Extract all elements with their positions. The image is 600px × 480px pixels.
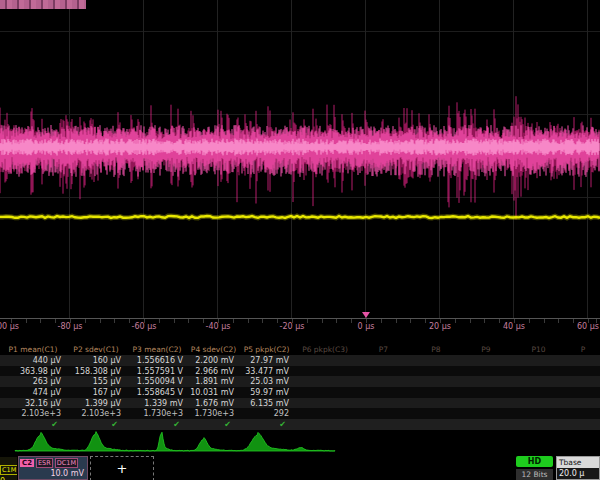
channel-c1-descriptor[interactable]: C1M 0 mV bbox=[0, 457, 17, 480]
min-cell-p3: 1.550094 V bbox=[126, 377, 188, 386]
max-cell-p5: 59.97 mV bbox=[239, 388, 294, 397]
param-header-p3[interactable]: P3 mean(C2) bbox=[126, 345, 188, 354]
param-header-p2[interactable]: P2 sdev(C1) bbox=[66, 345, 126, 354]
tbase-scale-label: 20.0 µ bbox=[557, 468, 599, 479]
param-header-p5[interactable]: P5 pkpk(C2) bbox=[239, 345, 294, 354]
num-cell-p5: 292 bbox=[239, 409, 294, 418]
c2-coupling-tag: DC1M bbox=[55, 458, 78, 468]
stat-row-mean: 363.98 µV158.308 µV1.557591 V2.966 mV33.… bbox=[0, 366, 600, 377]
value-cell-p2: 160 µV bbox=[66, 356, 126, 365]
mean-cell-p1: 363.98 µV bbox=[0, 367, 66, 376]
min-cell-p4: 1.891 mV bbox=[188, 377, 239, 386]
bottom-bar: C1M 0 mV C2 ESR DC1M 10.0 mV + HD 12 Bit… bbox=[0, 456, 600, 480]
param-header-p4[interactable]: P4 sdev(C2) bbox=[188, 345, 239, 354]
trigger-descriptor-box[interactable]: + bbox=[90, 456, 154, 480]
mean-cell-p3: 1.557591 V bbox=[126, 367, 188, 376]
num-cell-p3: 1.730e+3 bbox=[126, 409, 188, 418]
time-tick-label: 20 µs bbox=[429, 322, 451, 331]
c2-esr-tag: ESR bbox=[36, 458, 53, 468]
sdev-cell-p5: 6.135 mV bbox=[239, 399, 294, 408]
param-header-p6[interactable]: P6 pkpk(C3) bbox=[294, 345, 356, 354]
num-cell-p1: 2.103e+3 bbox=[0, 409, 66, 418]
stat-row-min: 263 µV155 µV1.550094 V1.891 mV25.03 mV bbox=[0, 376, 600, 387]
measurement-table: P1 mean(C1)P2 sdev(C1)P3 mean(C2)P4 sdev… bbox=[0, 343, 600, 430]
min-cell-p2: 155 µV bbox=[66, 377, 126, 386]
max-cell-p1: 474 µV bbox=[0, 388, 66, 397]
value-cell-p5: 27.97 mV bbox=[239, 356, 294, 365]
sdev-cell-p1: 32.16 µV bbox=[0, 399, 66, 408]
trigger-plus-icon: + bbox=[117, 461, 128, 476]
time-tick-label: 0 µs bbox=[358, 322, 375, 331]
mean-cell-p4: 2.966 mV bbox=[188, 367, 239, 376]
time-tick-label: 40 µs bbox=[503, 322, 525, 331]
param-header-p7[interactable]: P7 bbox=[356, 345, 411, 354]
mean-cell-p5: 33.477 mV bbox=[239, 367, 294, 376]
min-cell-p5: 25.03 mV bbox=[239, 377, 294, 386]
value-cell-p1: 440 µV bbox=[0, 356, 66, 365]
time-tick-label: -20 µs bbox=[280, 322, 305, 331]
max-cell-p4: 10.031 mV bbox=[188, 388, 239, 397]
max-cell-p3: 1.558645 V bbox=[126, 388, 188, 397]
tbase-title: Tbase bbox=[557, 457, 599, 468]
status-cell-p1: ✔ bbox=[0, 420, 66, 429]
channel-c2-descriptor[interactable]: C2 ESR DC1M 10.0 mV bbox=[18, 456, 88, 480]
status-cell-p3: ✔ bbox=[126, 420, 188, 429]
stat-row-sdev: 32.16 µV1.399 µV1.339 mV1.676 mV6.135 mV bbox=[0, 398, 600, 409]
cropped-menu-label bbox=[0, 0, 86, 9]
sdev-cell-p4: 1.676 mV bbox=[188, 399, 239, 408]
time-axis-labels: 00 µs-80 µs-60 µs-40 µs-20 µs0 µs20 µs40… bbox=[0, 322, 600, 333]
stat-row-value: 440 µV160 µV1.556616 V2.200 mV27.97 mV bbox=[0, 355, 600, 366]
param-header-p11[interactable]: P bbox=[566, 345, 600, 354]
sdev-cell-p2: 1.399 µV bbox=[66, 399, 126, 408]
status-cell-p5: ✔ bbox=[239, 420, 294, 429]
c2-scale-label: 10.0 mV bbox=[19, 469, 87, 478]
trigger-position-marker[interactable] bbox=[362, 312, 370, 318]
resolution-label: 12 Bits bbox=[516, 469, 553, 480]
time-tick-label: 60 µs bbox=[577, 322, 599, 331]
param-header-p9[interactable]: P9 bbox=[461, 345, 511, 354]
sdev-cell-p3: 1.339 mV bbox=[126, 399, 188, 408]
time-tick-label: 00 µs bbox=[0, 322, 19, 331]
time-tick-label: -80 µs bbox=[58, 322, 83, 331]
param-header-p1[interactable]: P1 mean(C1) bbox=[0, 345, 66, 354]
waveform-traces bbox=[0, 0, 600, 318]
timebase-descriptor-box[interactable]: Tbase 20.0 µ bbox=[556, 456, 600, 480]
value-cell-p4: 2.200 mV bbox=[188, 356, 239, 365]
time-tick-label: -40 µs bbox=[206, 322, 231, 331]
num-cell-p2: 2.103e+3 bbox=[66, 409, 126, 418]
stat-row-max: 474 µV167 µV1.558645 V10.031 mV59.97 mV bbox=[0, 387, 600, 398]
value-cell-p3: 1.556616 V bbox=[126, 356, 188, 365]
hd-mode-badge[interactable]: HD bbox=[516, 456, 553, 467]
measurement-histicons bbox=[0, 429, 600, 456]
c1-flat-trace bbox=[0, 216, 600, 218]
c2-channel-badge: C2 bbox=[20, 459, 34, 467]
c2-noise-trace bbox=[0, 96, 599, 219]
oscilloscope-screen: { "colors": { "c2_trace": "#f0268e", "c1… bbox=[0, 0, 600, 480]
param-header-p10[interactable]: P10 bbox=[511, 345, 566, 354]
histicon-peaks bbox=[15, 432, 335, 451]
mean-cell-p2: 158.308 µV bbox=[66, 367, 126, 376]
max-cell-p2: 167 µV bbox=[66, 388, 126, 397]
time-tick-label: -60 µs bbox=[132, 322, 157, 331]
status-cell-p2: ✔ bbox=[66, 420, 126, 429]
min-cell-p1: 263 µV bbox=[0, 377, 66, 386]
status-cell-p4: ✔ bbox=[188, 420, 239, 429]
num-cell-p4: 1.730e+3 bbox=[188, 409, 239, 418]
stat-row-num: 2.103e+32.103e+31.730e+31.730e+3292 bbox=[0, 408, 600, 419]
c1-coupling-badge: C1M bbox=[0, 465, 17, 475]
param-header-p8[interactable]: P8 bbox=[411, 345, 461, 354]
